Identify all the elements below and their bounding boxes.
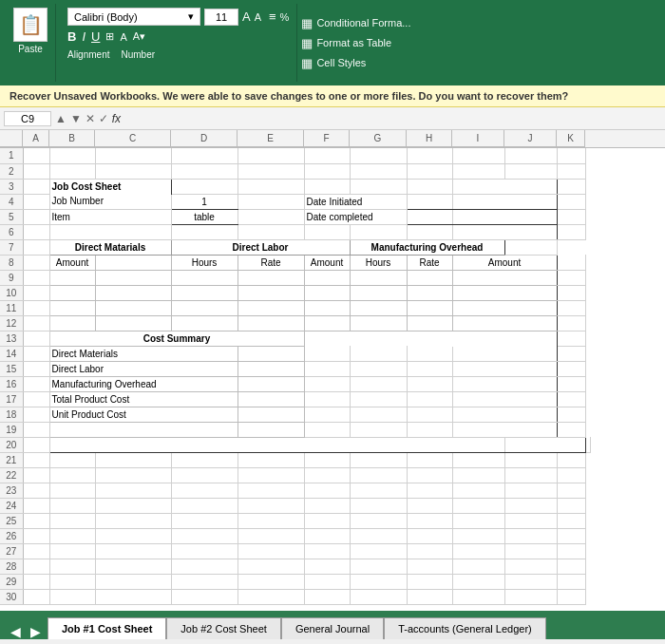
- format-table-item[interactable]: ▦ Format as Table: [301, 36, 425, 50]
- date-initiated-label: Date Initiated: [304, 194, 407, 209]
- table-row: 22: [0, 467, 590, 483]
- underline-button[interactable]: U: [91, 29, 100, 44]
- font-color-icon[interactable]: A▾: [133, 30, 145, 43]
- table-row: 7 Direct Matarials Direct Labor Manufact…: [0, 239, 590, 255]
- spreadsheet-grid: 1 2 3 Job Cost Sheet: [0, 148, 591, 605]
- table-row: 26: [0, 528, 590, 543]
- table-row: 20: [0, 437, 590, 452]
- paste-label: Paste: [18, 44, 43, 54]
- table-row: 29: [0, 574, 590, 589]
- col-header-d: D: [171, 130, 238, 147]
- recovery-text: We were able to save changes to one or m…: [162, 90, 568, 102]
- direct-labor-header: Direct Labor: [171, 239, 350, 255]
- table-row: 8 Amount Hours Rate Amount Hours Rate Am…: [0, 255, 590, 270]
- job-number-value[interactable]: 1: [171, 194, 238, 209]
- recovery-bar: Recover Unsaved Workbooks. We were able …: [0, 85, 665, 107]
- table-row: 25: [0, 513, 590, 528]
- align-icon[interactable]: ≡: [269, 9, 276, 24]
- table-row: 12: [0, 315, 590, 331]
- tab-job2-cost-sheet[interactable]: Job #2 Cost Sheet: [166, 617, 281, 639]
- job-number-label: Job Number: [49, 194, 171, 209]
- table-row: 18 Unit Product Cost: [0, 407, 590, 422]
- format-table-icon: ▦: [301, 36, 313, 50]
- right-ribbon: ▦ Conditional Forma... ▦ Format as Table…: [301, 4, 425, 82]
- ribbon: 📋 Paste Calibri (Body) ▾ 11 A A ≡ % B I …: [0, 0, 665, 85]
- cell-styles-icon: ▦: [301, 56, 313, 70]
- col-header-h: H: [407, 130, 452, 147]
- col-header-a: A: [23, 130, 49, 147]
- number-label: Number: [121, 49, 155, 60]
- border-icon[interactable]: ⊞: [105, 30, 114, 43]
- formula-dividers: ▲ ▼ ✕ ✓: [55, 112, 108, 125]
- table-row: 2: [0, 163, 590, 179]
- table-row: 28: [0, 559, 590, 574]
- hours-col1: Hours: [171, 255, 238, 270]
- table-row: 27: [0, 543, 590, 559]
- table-row: 5 Item table Date completed: [0, 209, 590, 224]
- mfg-overhead-header: Manufacturing Overhead: [350, 239, 504, 255]
- font-section: Calibri (Body) ▾ 11 A A ≡ % B I U ⊞ A A▾…: [60, 4, 297, 82]
- font-row2: B I U ⊞ A A▾: [67, 29, 145, 44]
- spreadsheet-area: A B C D E F G H I J K: [0, 130, 665, 611]
- table-row: 6: [0, 224, 590, 239]
- font-size-up[interactable]: A: [242, 9, 251, 24]
- job-cost-title: Job Cost Sheet: [49, 179, 171, 194]
- table-row: 11: [0, 300, 590, 315]
- table-row: 13 Cost Summary: [0, 331, 590, 346]
- rate-col1: Rate: [238, 255, 304, 270]
- cost-row-total: Total Product Cost: [49, 391, 238, 407]
- table-row: 16 Manufacturing Overhead: [0, 376, 590, 391]
- italic-button[interactable]: I: [82, 29, 86, 44]
- tab-t-accounts[interactable]: T-accounts (General Ledger): [384, 617, 546, 639]
- table-row: 14 Direct Materials: [0, 346, 590, 361]
- table-row: 21: [0, 452, 590, 467]
- formula-input[interactable]: [124, 113, 661, 124]
- tab-general-journal[interactable]: General Journal: [281, 617, 384, 639]
- tab-scroll-left[interactable]: ◀: [8, 624, 24, 639]
- conditional-format-icon: ▦: [301, 16, 313, 30]
- rate-col2: Rate: [407, 255, 452, 270]
- fx-label: fx: [112, 112, 121, 125]
- col-header-b: B: [49, 130, 95, 147]
- cost-row-mfg-overhead: Manufacturing Overhead: [49, 376, 238, 391]
- tab-job1-cost-sheet[interactable]: Job #1 Cost Sheet: [48, 617, 166, 639]
- table-row: 15 Direct Labor: [0, 361, 590, 376]
- table-row: 23: [0, 483, 590, 498]
- tab-scroll-controls: ◀ ▶: [4, 624, 48, 639]
- nav-down-icon[interactable]: ▼: [70, 112, 82, 125]
- table-row: 9: [0, 270, 590, 285]
- cost-row-direct-labor: Direct Labor: [49, 361, 238, 376]
- table-row: 24: [0, 498, 590, 513]
- corner-cell: [0, 130, 23, 147]
- cell-styles-item[interactable]: ▦ Cell Styles: [301, 56, 425, 70]
- paste-section: 📋 Paste: [6, 4, 56, 82]
- font-size-down[interactable]: A: [255, 11, 261, 23]
- grid-area: 1 2 3 Job Cost Sheet: [0, 148, 665, 611]
- table-row: 1: [0, 148, 590, 163]
- date-completed-label: Date completed: [304, 209, 407, 224]
- item-value[interactable]: table: [171, 209, 238, 224]
- formula-bar: ▲ ▼ ✕ ✓ fx: [0, 107, 665, 130]
- row-num: 1: [0, 148, 23, 163]
- fill-color-icon[interactable]: A: [120, 31, 126, 43]
- cell-reference[interactable]: [4, 111, 51, 126]
- conditional-format-item[interactable]: ▦ Conditional Forma...: [301, 16, 425, 30]
- font-size-box[interactable]: 11: [204, 9, 238, 26]
- confirm-icon[interactable]: ✓: [99, 112, 108, 125]
- percent-icon[interactable]: %: [280, 11, 290, 23]
- nav-up-icon[interactable]: ▲: [55, 112, 66, 125]
- app-window: 📋 Paste Calibri (Body) ▾ 11 A A ≡ % B I …: [0, 0, 665, 644]
- hours-col2: Hours: [350, 255, 407, 270]
- tabs-bar: ◀ ▶ Job #1 Cost Sheet Job #2 Cost Sheet …: [0, 611, 665, 639]
- amount-col-header: Amount: [49, 255, 95, 270]
- col-header-j: J: [504, 130, 557, 147]
- bold-button[interactable]: B: [67, 29, 76, 44]
- col-header-k: K: [557, 130, 585, 147]
- direct-materials-header: Direct Matarials: [49, 239, 171, 255]
- tab-scroll-right[interactable]: ▶: [28, 624, 44, 639]
- table-row: 3 Job Cost Sheet: [0, 179, 590, 194]
- font-name-box[interactable]: Calibri (Body) ▾: [67, 8, 200, 26]
- paste-icon[interactable]: 📋: [13, 8, 48, 42]
- cancel-icon[interactable]: ✕: [86, 112, 95, 125]
- item-label: Item: [49, 209, 171, 224]
